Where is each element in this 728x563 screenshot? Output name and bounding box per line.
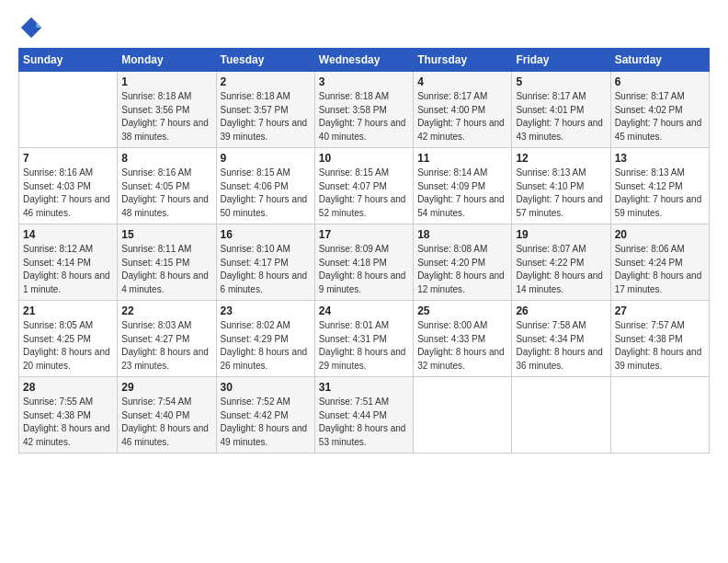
day-number: 12 [516,152,606,165]
sunset-text: Sunset: 4:40 PM [121,410,189,420]
calendar-cell: 8 Sunrise: 8:16 AM Sunset: 4:05 PM Dayli… [118,148,216,224]
sunrise-text: Sunrise: 8:15 AM [319,167,389,178]
day-header-saturday: Saturday [610,49,709,72]
day-number: 16 [221,228,311,241]
sunrise-text: Sunrise: 8:09 AM [319,244,389,254]
sunrise-text: Sunrise: 8:16 AM [121,167,191,178]
day-number: 10 [319,152,409,165]
sunset-text: Sunset: 4:20 PM [417,258,485,268]
sunrise-text: Sunrise: 8:17 AM [516,91,586,101]
cell-content: Sunrise: 8:10 AM Sunset: 4:17 PM Dayligh… [221,243,311,296]
daylight-text: Daylight: 8 hours and 17 minutes. [615,270,702,294]
sunset-text: Sunset: 4:31 PM [319,334,387,344]
calendar-cell: 18 Sunrise: 8:08 AM Sunset: 4:20 PM Dayl… [414,224,512,301]
sunrise-text: Sunrise: 8:01 AM [319,320,389,330]
day-number: 14 [23,228,113,241]
daylight-text: Daylight: 8 hours and 9 minutes. [319,270,406,294]
sunrise-text: Sunrise: 8:18 AM [221,91,290,101]
day-number: 21 [23,304,113,317]
sunset-text: Sunset: 4:15 PM [121,258,189,268]
daylight-text: Daylight: 8 hours and 1 minute. [23,270,110,294]
day-number: 2 [221,75,311,88]
day-header-tuesday: Tuesday [216,49,314,72]
daylight-text: Daylight: 7 hours and 48 minutes. [121,194,209,218]
calendar-cell: 12 Sunrise: 8:13 AM Sunset: 4:10 PM Dayl… [512,148,610,224]
svg-marker-2 [37,22,42,28]
calendar-cell: 27 Sunrise: 7:57 AM Sunset: 4:38 PM Dayl… [610,301,709,377]
sunset-text: Sunset: 4:10 PM [516,181,584,191]
daylight-text: Daylight: 8 hours and 46 minutes. [121,423,209,447]
sunset-text: Sunset: 4:42 PM [221,410,289,420]
sunset-text: Sunset: 4:38 PM [615,334,683,344]
daylight-text: Daylight: 8 hours and 26 minutes. [221,347,308,371]
daylight-text: Daylight: 8 hours and 23 minutes. [121,347,209,371]
daylight-text: Daylight: 7 hours and 40 minutes. [319,118,406,142]
calendar-cell [512,377,610,454]
sunrise-text: Sunrise: 8:15 AM [221,167,290,178]
daylight-text: Daylight: 8 hours and 6 minutes. [221,270,308,294]
cell-content: Sunrise: 8:13 AM Sunset: 4:12 PM Dayligh… [615,167,705,220]
sunrise-text: Sunrise: 8:00 AM [417,320,487,330]
cell-content: Sunrise: 7:58 AM Sunset: 4:34 PM Dayligh… [516,319,606,373]
sunset-text: Sunset: 4:44 PM [319,410,387,420]
day-number: 24 [319,304,409,317]
sunrise-text: Sunrise: 8:17 AM [417,91,487,101]
day-number: 26 [516,304,606,317]
calendar-cell: 14 Sunrise: 8:12 AM Sunset: 4:14 PM Dayl… [19,224,118,301]
calendar-cell: 6 Sunrise: 8:17 AM Sunset: 4:02 PM Dayli… [610,72,709,148]
sunset-text: Sunset: 4:12 PM [615,181,683,191]
day-number: 6 [615,75,705,88]
page: SundayMondayTuesdayWednesdayThursdayFrid… [0,0,728,563]
calendar-cell: 28 Sunrise: 7:55 AM Sunset: 4:38 PM Dayl… [19,377,118,454]
sunset-text: Sunset: 4:02 PM [615,105,683,115]
day-number: 28 [23,381,113,394]
day-number: 13 [615,152,705,165]
sunset-text: Sunset: 4:07 PM [319,181,387,191]
daylight-text: Daylight: 7 hours and 46 minutes. [23,194,110,218]
calendar-cell: 24 Sunrise: 8:01 AM Sunset: 4:31 PM Dayl… [314,301,413,377]
day-number: 20 [615,228,705,241]
cell-content: Sunrise: 7:54 AM Sunset: 4:40 PM Dayligh… [121,396,211,449]
sunrise-text: Sunrise: 8:18 AM [319,91,389,101]
calendar-cell: 19 Sunrise: 8:07 AM Sunset: 4:22 PM Dayl… [512,224,610,301]
sunset-text: Sunset: 4:14 PM [23,258,91,268]
daylight-text: Daylight: 7 hours and 45 minutes. [615,118,702,142]
sunrise-text: Sunrise: 7:51 AM [319,396,389,407]
sunrise-text: Sunrise: 7:52 AM [221,396,290,407]
logo-icon [18,15,44,40]
calendar-cell [19,72,118,148]
daylight-text: Daylight: 8 hours and 49 minutes. [221,423,308,447]
cell-content: Sunrise: 8:02 AM Sunset: 4:29 PM Dayligh… [221,319,311,373]
sunset-text: Sunset: 3:58 PM [319,105,387,115]
sunrise-text: Sunrise: 8:11 AM [121,244,191,254]
sunrise-text: Sunrise: 8:13 AM [615,167,685,178]
sunset-text: Sunset: 3:56 PM [121,105,189,115]
calendar-cell: 3 Sunrise: 8:18 AM Sunset: 3:58 PM Dayli… [314,72,413,148]
cell-content: Sunrise: 8:00 AM Sunset: 4:33 PM Dayligh… [417,319,507,373]
cell-content: Sunrise: 8:16 AM Sunset: 4:03 PM Dayligh… [23,167,113,220]
sunrise-text: Sunrise: 7:57 AM [615,320,685,330]
week-row-3: 14 Sunrise: 8:12 AM Sunset: 4:14 PM Dayl… [19,224,710,301]
day-number: 29 [121,381,211,394]
daylight-text: Daylight: 7 hours and 38 minutes. [121,118,209,142]
sunrise-text: Sunrise: 8:10 AM [221,244,290,254]
daylight-text: Daylight: 7 hours and 59 minutes. [615,194,702,218]
calendar-cell: 5 Sunrise: 8:17 AM Sunset: 4:01 PM Dayli… [512,72,610,148]
sunrise-text: Sunrise: 8:08 AM [417,244,487,254]
cell-content: Sunrise: 8:17 AM Sunset: 4:00 PM Dayligh… [417,90,507,144]
sunrise-text: Sunrise: 8:05 AM [23,320,93,330]
cell-content: Sunrise: 8:18 AM Sunset: 3:58 PM Dayligh… [319,90,409,144]
daylight-text: Daylight: 7 hours and 52 minutes. [319,194,406,218]
daylight-text: Daylight: 7 hours and 42 minutes. [417,118,505,142]
day-header-monday: Monday [118,49,216,72]
day-number: 7 [23,152,113,165]
day-number: 5 [516,75,606,88]
sunset-text: Sunset: 4:29 PM [221,334,289,344]
cell-content: Sunrise: 8:06 AM Sunset: 4:24 PM Dayligh… [615,243,705,296]
sunrise-text: Sunrise: 8:18 AM [121,91,191,101]
sunset-text: Sunset: 4:06 PM [221,181,289,191]
daylight-text: Daylight: 7 hours and 39 minutes. [221,118,308,142]
sunrise-text: Sunrise: 8:06 AM [615,244,685,254]
sunset-text: Sunset: 4:25 PM [23,334,91,344]
cell-content: Sunrise: 8:17 AM Sunset: 4:01 PM Dayligh… [516,90,606,144]
